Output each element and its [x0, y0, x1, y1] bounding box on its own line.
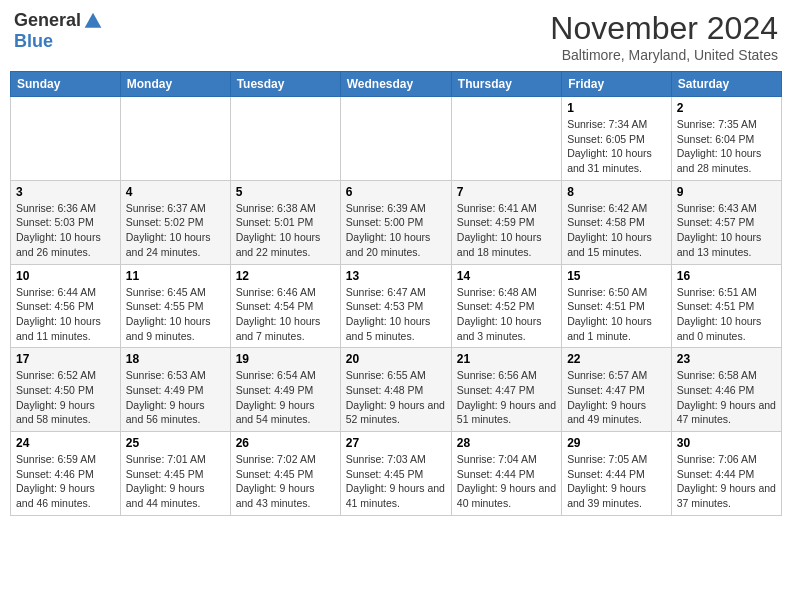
day-of-week-header: Thursday — [451, 72, 561, 97]
day-of-week-header: Sunday — [11, 72, 121, 97]
day-number: 16 — [677, 269, 776, 283]
logo-blue: Blue — [14, 31, 53, 52]
day-number: 25 — [126, 436, 225, 450]
calendar-cell — [340, 97, 451, 181]
day-number: 1 — [567, 101, 666, 115]
day-number: 18 — [126, 352, 225, 366]
calendar-week-row: 10Sunrise: 6:44 AM Sunset: 4:56 PM Dayli… — [11, 264, 782, 348]
day-info: Sunrise: 6:59 AM Sunset: 4:46 PM Dayligh… — [16, 452, 115, 511]
day-info: Sunrise: 6:47 AM Sunset: 4:53 PM Dayligh… — [346, 285, 446, 344]
day-number: 7 — [457, 185, 556, 199]
day-info: Sunrise: 7:34 AM Sunset: 6:05 PM Dayligh… — [567, 117, 666, 176]
day-number: 6 — [346, 185, 446, 199]
day-number: 26 — [236, 436, 335, 450]
calendar-cell: 8Sunrise: 6:42 AM Sunset: 4:58 PM Daylig… — [562, 180, 672, 264]
day-info: Sunrise: 7:35 AM Sunset: 6:04 PM Dayligh… — [677, 117, 776, 176]
day-number: 17 — [16, 352, 115, 366]
day-number: 20 — [346, 352, 446, 366]
calendar-cell: 1Sunrise: 7:34 AM Sunset: 6:05 PM Daylig… — [562, 97, 672, 181]
calendar-cell: 28Sunrise: 7:04 AM Sunset: 4:44 PM Dayli… — [451, 432, 561, 516]
day-info: Sunrise: 6:37 AM Sunset: 5:02 PM Dayligh… — [126, 201, 225, 260]
day-of-week-header: Wednesday — [340, 72, 451, 97]
calendar-cell: 18Sunrise: 6:53 AM Sunset: 4:49 PM Dayli… — [120, 348, 230, 432]
calendar-cell: 2Sunrise: 7:35 AM Sunset: 6:04 PM Daylig… — [671, 97, 781, 181]
day-of-week-header: Monday — [120, 72, 230, 97]
day-info: Sunrise: 6:44 AM Sunset: 4:56 PM Dayligh… — [16, 285, 115, 344]
day-info: Sunrise: 6:42 AM Sunset: 4:58 PM Dayligh… — [567, 201, 666, 260]
day-number: 23 — [677, 352, 776, 366]
calendar-cell: 4Sunrise: 6:37 AM Sunset: 5:02 PM Daylig… — [120, 180, 230, 264]
day-info: Sunrise: 7:04 AM Sunset: 4:44 PM Dayligh… — [457, 452, 556, 511]
day-info: Sunrise: 6:55 AM Sunset: 4:48 PM Dayligh… — [346, 368, 446, 427]
calendar-cell: 16Sunrise: 6:51 AM Sunset: 4:51 PM Dayli… — [671, 264, 781, 348]
day-of-week-header: Friday — [562, 72, 672, 97]
day-info: Sunrise: 6:56 AM Sunset: 4:47 PM Dayligh… — [457, 368, 556, 427]
day-info: Sunrise: 6:58 AM Sunset: 4:46 PM Dayligh… — [677, 368, 776, 427]
calendar-cell: 3Sunrise: 6:36 AM Sunset: 5:03 PM Daylig… — [11, 180, 121, 264]
calendar-cell — [230, 97, 340, 181]
calendar-week-row: 24Sunrise: 6:59 AM Sunset: 4:46 PM Dayli… — [11, 432, 782, 516]
day-info: Sunrise: 6:45 AM Sunset: 4:55 PM Dayligh… — [126, 285, 225, 344]
day-of-week-header: Saturday — [671, 72, 781, 97]
day-number: 11 — [126, 269, 225, 283]
day-info: Sunrise: 6:53 AM Sunset: 4:49 PM Dayligh… — [126, 368, 225, 427]
calendar-cell: 26Sunrise: 7:02 AM Sunset: 4:45 PM Dayli… — [230, 432, 340, 516]
calendar-cell: 30Sunrise: 7:06 AM Sunset: 4:44 PM Dayli… — [671, 432, 781, 516]
calendar-cell: 6Sunrise: 6:39 AM Sunset: 5:00 PM Daylig… — [340, 180, 451, 264]
day-info: Sunrise: 6:46 AM Sunset: 4:54 PM Dayligh… — [236, 285, 335, 344]
day-number: 14 — [457, 269, 556, 283]
logo-general: General — [14, 10, 81, 31]
day-number: 4 — [126, 185, 225, 199]
calendar-cell: 11Sunrise: 6:45 AM Sunset: 4:55 PM Dayli… — [120, 264, 230, 348]
day-number: 5 — [236, 185, 335, 199]
day-number: 12 — [236, 269, 335, 283]
day-info: Sunrise: 6:51 AM Sunset: 4:51 PM Dayligh… — [677, 285, 776, 344]
day-info: Sunrise: 6:43 AM Sunset: 4:57 PM Dayligh… — [677, 201, 776, 260]
day-info: Sunrise: 7:01 AM Sunset: 4:45 PM Dayligh… — [126, 452, 225, 511]
calendar-cell: 20Sunrise: 6:55 AM Sunset: 4:48 PM Dayli… — [340, 348, 451, 432]
day-info: Sunrise: 7:05 AM Sunset: 4:44 PM Dayligh… — [567, 452, 666, 511]
day-number: 29 — [567, 436, 666, 450]
calendar-cell: 23Sunrise: 6:58 AM Sunset: 4:46 PM Dayli… — [671, 348, 781, 432]
calendar-cell: 13Sunrise: 6:47 AM Sunset: 4:53 PM Dayli… — [340, 264, 451, 348]
calendar-cell: 29Sunrise: 7:05 AM Sunset: 4:44 PM Dayli… — [562, 432, 672, 516]
svg-marker-0 — [85, 12, 102, 27]
calendar-cell: 17Sunrise: 6:52 AM Sunset: 4:50 PM Dayli… — [11, 348, 121, 432]
calendar-cell: 14Sunrise: 6:48 AM Sunset: 4:52 PM Dayli… — [451, 264, 561, 348]
day-number: 28 — [457, 436, 556, 450]
day-number: 8 — [567, 185, 666, 199]
day-number: 3 — [16, 185, 115, 199]
calendar-cell — [451, 97, 561, 181]
day-info: Sunrise: 6:48 AM Sunset: 4:52 PM Dayligh… — [457, 285, 556, 344]
day-number: 13 — [346, 269, 446, 283]
calendar-cell: 25Sunrise: 7:01 AM Sunset: 4:45 PM Dayli… — [120, 432, 230, 516]
day-number: 9 — [677, 185, 776, 199]
calendar-cell — [120, 97, 230, 181]
day-number: 19 — [236, 352, 335, 366]
day-info: Sunrise: 6:39 AM Sunset: 5:00 PM Dayligh… — [346, 201, 446, 260]
title-block: November 2024 Baltimore, Maryland, Unite… — [550, 10, 778, 63]
calendar-cell: 21Sunrise: 6:56 AM Sunset: 4:47 PM Dayli… — [451, 348, 561, 432]
day-number: 10 — [16, 269, 115, 283]
calendar-cell: 9Sunrise: 6:43 AM Sunset: 4:57 PM Daylig… — [671, 180, 781, 264]
day-number: 2 — [677, 101, 776, 115]
day-number: 15 — [567, 269, 666, 283]
day-of-week-header: Tuesday — [230, 72, 340, 97]
calendar-week-row: 1Sunrise: 7:34 AM Sunset: 6:05 PM Daylig… — [11, 97, 782, 181]
day-number: 24 — [16, 436, 115, 450]
day-info: Sunrise: 7:03 AM Sunset: 4:45 PM Dayligh… — [346, 452, 446, 511]
day-info: Sunrise: 6:57 AM Sunset: 4:47 PM Dayligh… — [567, 368, 666, 427]
day-info: Sunrise: 6:50 AM Sunset: 4:51 PM Dayligh… — [567, 285, 666, 344]
day-number: 27 — [346, 436, 446, 450]
page-header: General Blue November 2024 Baltimore, Ma… — [10, 10, 782, 63]
logo: General Blue — [14, 10, 103, 52]
calendar-cell: 7Sunrise: 6:41 AM Sunset: 4:59 PM Daylig… — [451, 180, 561, 264]
month-title: November 2024 — [550, 10, 778, 47]
day-info: Sunrise: 7:06 AM Sunset: 4:44 PM Dayligh… — [677, 452, 776, 511]
day-number: 21 — [457, 352, 556, 366]
day-info: Sunrise: 6:38 AM Sunset: 5:01 PM Dayligh… — [236, 201, 335, 260]
calendar-table: SundayMondayTuesdayWednesdayThursdayFrid… — [10, 71, 782, 516]
calendar-cell — [11, 97, 121, 181]
calendar-cell: 27Sunrise: 7:03 AM Sunset: 4:45 PM Dayli… — [340, 432, 451, 516]
day-info: Sunrise: 6:36 AM Sunset: 5:03 PM Dayligh… — [16, 201, 115, 260]
